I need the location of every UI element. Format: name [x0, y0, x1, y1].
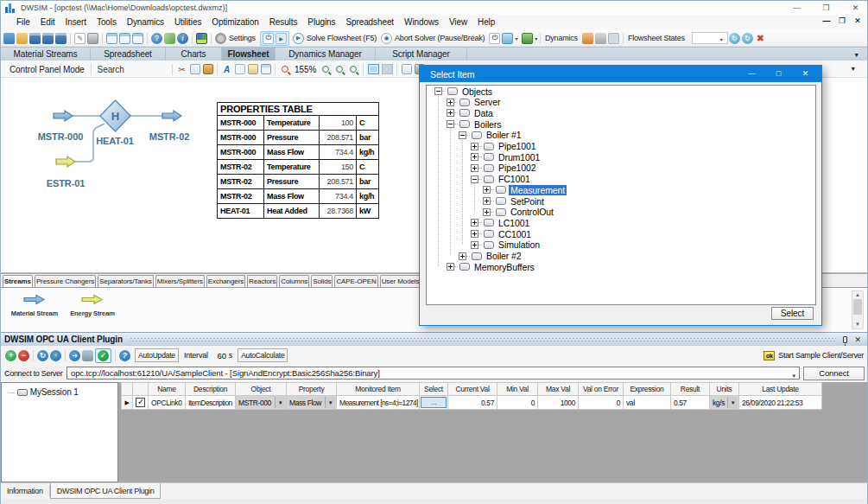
stream-label-mstr-000[interactable]: MSTR-000 [38, 131, 83, 142]
apply-check-icon[interactable]: ✓ [98, 350, 109, 361]
menu-item-edit[interactable]: Edit [35, 15, 60, 29]
export-dropdown-icon[interactable] [522, 33, 533, 44]
tree-item-drum1001[interactable]: Drum1001 [471, 151, 542, 163]
delete-state-icon[interactable]: ✖ [755, 33, 766, 44]
scroll-down-icon[interactable]: ▼ [852, 321, 863, 328]
combo-box[interactable]: kg/s▼ [710, 396, 738, 409]
mdi-close-icon[interactable]: ✕ [853, 16, 862, 25]
combo-box[interactable]: Mass Flow▼ [287, 396, 336, 409]
row-checkbox[interactable] [133, 396, 149, 410]
palette-tab-separators-tanks[interactable]: Separators/Tanks [98, 275, 154, 287]
menu-item-file[interactable]: File [11, 15, 35, 29]
expand-icon[interactable] [483, 208, 491, 216]
solver-play-toggle[interactable]: ▶ [276, 33, 287, 44]
cell-monitored-item[interactable]: Measurement [ns=4;i=1274] [337, 396, 420, 410]
expand-icon[interactable] [471, 164, 478, 172]
solver-active-toggle[interactable]: ⏻ [263, 33, 274, 44]
tab-material-streams[interactable]: Material Streams [1, 48, 91, 61]
tab-overflow-icon[interactable]: ▼ [853, 52, 859, 58]
grid-column-max-val[interactable]: Max Val [538, 383, 579, 396]
select-ellipsis-button[interactable]: ... [421, 397, 447, 408]
copy-icon[interactable] [190, 64, 200, 74]
collapse-icon[interactable] [471, 175, 478, 183]
dynamics-label[interactable]: Dynamics [545, 34, 578, 42]
expand-icon[interactable] [483, 197, 491, 205]
grid-column-current-val[interactable]: Current Val [448, 383, 497, 396]
samples-icon[interactable] [164, 33, 175, 44]
stream-label-estr-01[interactable]: ESTR-01 [47, 178, 86, 188]
cell-select-button[interactable]: ... [420, 396, 448, 410]
palette-scrollbar[interactable]: ▲▼ [852, 290, 864, 329]
dropdown-arrow-icon[interactable]: ▾ [720, 36, 723, 42]
tab-spreadsheet[interactable]: Spreadsheet [91, 48, 166, 61]
grid-column-result[interactable]: Result [671, 383, 710, 396]
solver-power-button[interactable]: ⏻ [489, 33, 500, 44]
row-selector[interactable]: ▶ [122, 396, 133, 410]
grid-column-units[interactable]: Units [710, 383, 739, 396]
expand-icon[interactable] [483, 186, 491, 194]
maximize-icon[interactable]: ❐ [821, 1, 831, 15]
status-tab-information[interactable]: Information [1, 483, 49, 499]
tab-charts[interactable]: Charts [166, 48, 222, 61]
cell-max-val[interactable]: 1000 [538, 396, 579, 410]
tree-item-objects[interactable]: Objects [434, 86, 494, 97]
interval-input[interactable]: 60 [211, 351, 226, 360]
tile-vertical-icon[interactable] [119, 33, 130, 44]
collapse-icon[interactable] [447, 120, 454, 128]
menu-item-help[interactable]: Help [472, 15, 500, 29]
palette-tab-exchangers[interactable]: Exchangers [206, 275, 245, 287]
add-item-icon[interactable]: + [5, 350, 16, 361]
panel-close-icon[interactable]: ✕ [855, 335, 861, 344]
autoupdate-button[interactable]: AutoUpdate [135, 348, 179, 362]
zoom-selected-icon[interactable] [350, 66, 357, 73]
refresh-icon[interactable]: ↻ [37, 350, 48, 361]
dialog-maximize-icon[interactable]: □ [765, 66, 792, 82]
save-as-icon[interactable] [42, 33, 54, 44]
menu-item-dynamics[interactable]: Dynamics [122, 15, 169, 29]
settings-button[interactable]: Settings [229, 34, 256, 42]
save-icon[interactable] [29, 33, 41, 44]
menu-item-optimization[interactable]: Optimization [206, 15, 263, 29]
combo-dropdown-icon[interactable]: ▼ [727, 397, 738, 408]
tab-script-manager[interactable]: Script Manager [376, 48, 467, 61]
tree-item-boilers[interactable]: Boilers [447, 118, 503, 130]
save-session-icon[interactable] [82, 350, 93, 361]
menu-item-spreadsheet[interactable]: Spreadsheet [340, 15, 399, 29]
server-url-combo[interactable]: opc.tcp://localhost:61210/UA/SampleClien… [67, 367, 800, 380]
paste-icon[interactable] [203, 64, 213, 74]
grid-toggle-off[interactable] [382, 64, 393, 74]
menu-item-insert[interactable]: Insert [60, 15, 92, 29]
control-panel-mode-button[interactable]: Control Panel Mode [6, 65, 88, 74]
session-tree-item[interactable]: ---- MySession 1 [9, 387, 79, 397]
close-icon[interactable]: ✕ [851, 1, 860, 15]
plugin-help-icon[interactable]: ? [119, 350, 130, 361]
tree-item-fc1001[interactable]: FC1001 [471, 174, 532, 185]
expand-icon[interactable] [447, 99, 454, 106]
palette-tab-solids[interactable]: Solids [311, 275, 333, 287]
pin-icon[interactable] [843, 336, 847, 343]
grid-column-select[interactable]: Select [420, 383, 448, 396]
import-dropdown-icon[interactable] [502, 33, 513, 44]
stream-mstr-02-shape[interactable] [162, 111, 181, 121]
settings-gear-icon[interactable] [215, 33, 226, 44]
toolbar-overflow-icon[interactable]: ▼ [850, 66, 856, 72]
grid-column-min-val[interactable]: Min Val [497, 383, 538, 396]
menu-item-windows[interactable]: Windows [399, 15, 444, 29]
open-file-icon[interactable] [16, 33, 28, 44]
save-all-icon[interactable] [55, 33, 67, 44]
export-icon[interactable]: ➜ [69, 350, 80, 361]
expand-icon[interactable] [471, 241, 478, 249]
tree-item-memorybuffers[interactable]: MemoryBuffers [447, 261, 536, 272]
expand-icon[interactable] [447, 109, 454, 117]
panel-grip[interactable] [130, 337, 836, 342]
palette-tab-pressure-changers[interactable]: Pressure Changers [35, 275, 96, 287]
combo-dropdown-icon[interactable]: ▼ [275, 397, 285, 408]
stream-mstr-000-shape[interactable] [54, 111, 73, 121]
palette-tab-reactors[interactable]: Reactors [247, 275, 277, 287]
addins-icon[interactable] [196, 33, 207, 44]
help-icon[interactable]: ? [151, 33, 162, 44]
cell-description[interactable]: ItemDescription [186, 396, 236, 410]
run-bolt-icon[interactable]: ⚡ [50, 350, 61, 361]
cell-current-val[interactable]: 0.57 [448, 396, 497, 410]
palette-item-material-stream[interactable]: Material Stream [7, 294, 62, 317]
